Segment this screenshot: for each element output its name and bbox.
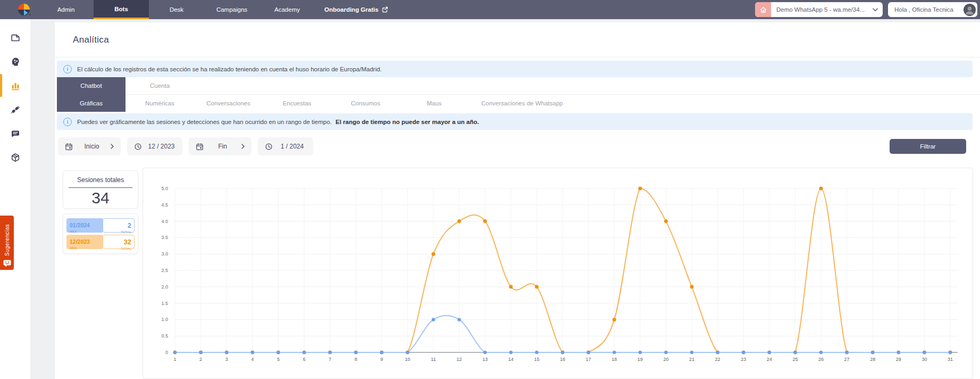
legend-value-box: 32 TOTAL bbox=[103, 235, 135, 249]
sessions-chart[interactable]: 00.51.01.52.02.53.03.54.04.55.0123456789… bbox=[143, 168, 973, 378]
end-date-label: Fin bbox=[209, 143, 236, 150]
total-sessions-value: 34 bbox=[68, 189, 133, 207]
nav-item-onboarding[interactable]: Onboarding Gratis bbox=[315, 0, 398, 19]
tab-label: Encuestas bbox=[283, 100, 312, 106]
legend-total-caption: TOTAL bbox=[103, 247, 131, 250]
sidebar-item-ai[interactable] bbox=[0, 50, 30, 73]
bot-selector[interactable]: Demo WhatsApp 5 - wa.me/34... bbox=[755, 2, 883, 17]
svg-text:19: 19 bbox=[638, 357, 643, 362]
bot-selector-label: Demo WhatsApp 5 - wa.me/34... bbox=[771, 6, 873, 13]
svg-text:12: 12 bbox=[457, 357, 462, 362]
sidebar-item-analytics[interactable] bbox=[0, 73, 30, 97]
range-banner-bold: El rango de tiempo no puede ser mayor a … bbox=[336, 119, 479, 125]
svg-text:5: 5 bbox=[277, 357, 280, 362]
left-sidebar bbox=[0, 19, 30, 379]
svg-text:1: 1 bbox=[173, 357, 176, 362]
svg-text:3.0: 3.0 bbox=[161, 251, 168, 257]
start-month-value[interactable]: 12 / 2023 bbox=[127, 137, 182, 155]
total-sessions-card: Sesiones totales 34 bbox=[63, 170, 138, 209]
tab-cuenta[interactable]: Cuenta bbox=[125, 77, 194, 94]
svg-text:11: 11 bbox=[431, 357, 435, 362]
legend-month-caption: MES bbox=[70, 246, 103, 250]
sidebar-item-folder[interactable] bbox=[0, 26, 30, 50]
content-background: Analítica i El cálculo de los registros … bbox=[30, 19, 980, 379]
tab-encuestas[interactable]: Encuestas bbox=[263, 95, 331, 112]
svg-text:13: 13 bbox=[482, 357, 488, 362]
tab-consumos[interactable]: Consumos bbox=[331, 95, 400, 112]
legend-value-box: 2 TOTAL bbox=[103, 218, 135, 233]
legend-month-box: 12/2023 MES bbox=[66, 235, 103, 249]
chevron-down-icon bbox=[873, 8, 878, 12]
start-date-picker[interactable]: Inicio bbox=[58, 137, 121, 155]
end-month-text: 1 / 2024 bbox=[278, 143, 306, 150]
sidebar-item-package[interactable] bbox=[0, 145, 30, 169]
main-menu: Admin Bots Desk Campaigns Academy Onboar… bbox=[38, 0, 398, 19]
legend-item-122023: 12/2023 MES 32 TOTAL bbox=[66, 235, 135, 249]
suggestions-ribbon[interactable]: Sugerencias bbox=[0, 216, 14, 270]
folder-icon bbox=[10, 32, 21, 43]
avatar bbox=[964, 4, 976, 16]
nav-item-campaigns[interactable]: Campaigns bbox=[204, 0, 259, 19]
svg-text:25: 25 bbox=[792, 357, 798, 362]
legend-month-caption: MES bbox=[70, 230, 103, 233]
tab-label: Maus bbox=[426, 100, 441, 106]
tab-conversaciones-whatsapp[interactable]: Conversaciones de Whatsapp bbox=[468, 95, 575, 112]
svg-text:31: 31 bbox=[948, 357, 953, 362]
tab-label: Conversaciones bbox=[206, 100, 250, 106]
legend-card: 01/2024 MES 2 TOTAL 12/2023 MES bbox=[63, 213, 138, 254]
main-panel: Analítica i El cálculo de los registros … bbox=[55, 22, 980, 379]
end-date-picker[interactable]: Fin bbox=[189, 137, 252, 155]
svg-text:5.0: 5.0 bbox=[161, 186, 168, 191]
legend-month: 01/2024 bbox=[70, 222, 90, 228]
svg-text:14: 14 bbox=[508, 357, 514, 362]
top-navigation: Admin Bots Desk Campaigns Academy Onboar… bbox=[0, 0, 980, 19]
plug-icon bbox=[10, 104, 21, 115]
start-date-label: Inicio bbox=[78, 143, 105, 150]
range-banner-text: Puedes ver gráficamente las sesiones y d… bbox=[77, 119, 479, 125]
nav-item-admin[interactable]: Admin bbox=[38, 0, 94, 19]
svg-text:26: 26 bbox=[818, 357, 824, 362]
nav-label: Academy bbox=[274, 6, 300, 13]
tab-conversaciones[interactable]: Conversaciones bbox=[194, 95, 263, 112]
svg-text:4: 4 bbox=[251, 357, 254, 362]
user-greeting: Hola , Oficina Tecnica bbox=[894, 6, 953, 13]
nav-label: Admin bbox=[57, 6, 75, 13]
tab-graficas[interactable]: Gráficas bbox=[57, 94, 125, 112]
dashboard-area: Sesiones totales 34 01/2024 MES 2 TOTAL bbox=[55, 168, 980, 379]
user-menu[interactable]: Hola , Oficina Tecnica bbox=[888, 2, 977, 17]
tab-chatbot[interactable]: Chatbot bbox=[57, 77, 125, 94]
sidebar-item-integrations[interactable] bbox=[0, 97, 30, 121]
svg-text:4.0: 4.0 bbox=[161, 219, 168, 224]
nav-item-bots[interactable]: Bots bbox=[94, 0, 149, 19]
nav-item-academy[interactable]: Academy bbox=[259, 0, 315, 19]
nav-item-desk[interactable]: Desk bbox=[149, 0, 204, 19]
suggestions-label: Sugerencias bbox=[4, 224, 10, 256]
svg-text:3.5: 3.5 bbox=[161, 235, 168, 240]
svg-text:16: 16 bbox=[560, 357, 565, 362]
sidebar-item-conversations[interactable] bbox=[0, 121, 30, 145]
end-month-value[interactable]: 1 / 2024 bbox=[258, 137, 313, 155]
tab-numericas[interactable]: Numéricas bbox=[125, 95, 194, 112]
filter-button[interactable]: Filtrar bbox=[890, 139, 966, 154]
package-cube-icon bbox=[10, 152, 21, 163]
svg-text:3: 3 bbox=[225, 357, 228, 362]
brand-logo[interactable] bbox=[17, 3, 31, 17]
analytics-bars-icon bbox=[10, 80, 21, 91]
external-link-icon bbox=[382, 6, 388, 13]
clock-icon bbox=[134, 143, 142, 151]
svg-text:20: 20 bbox=[663, 357, 668, 362]
chevron-right-icon bbox=[111, 144, 114, 149]
range-banner-normal: Puedes ver gráficamente las sesiones y d… bbox=[77, 119, 332, 125]
svg-text:8: 8 bbox=[355, 357, 357, 362]
tab-maus[interactable]: Maus bbox=[400, 95, 468, 112]
secondary-tabs: Gráficas Numéricas Conversaciones Encues… bbox=[57, 94, 980, 112]
start-month-text: 12 / 2023 bbox=[147, 143, 175, 150]
nav-label: Onboarding Gratis bbox=[324, 6, 379, 13]
tab-label: Gráficas bbox=[80, 100, 103, 106]
svg-text:2: 2 bbox=[199, 357, 202, 362]
range-banner: i Puedes ver gráficamente las sesiones y… bbox=[57, 113, 973, 130]
svg-text:0: 0 bbox=[165, 350, 168, 355]
svg-text:7: 7 bbox=[329, 357, 331, 362]
calendar-icon bbox=[65, 143, 73, 151]
svg-text:1.0: 1.0 bbox=[161, 317, 168, 322]
